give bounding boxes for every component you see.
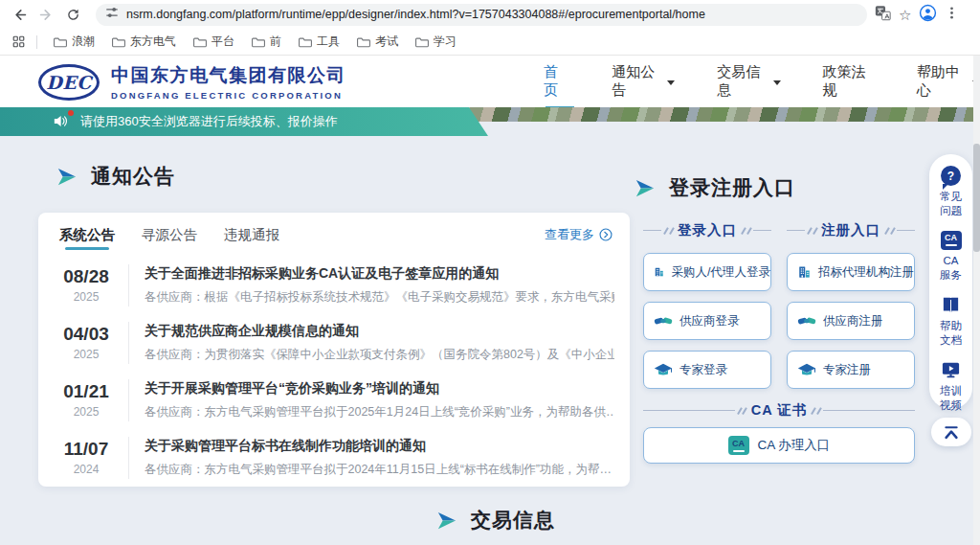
view-more-link[interactable]: 查看更多 [545, 226, 612, 243]
browser-toolbar: nsrm.dongfang.com/platform/runtime/epp/d… [0, 0, 980, 29]
notice-title[interactable]: 关于采购管理平台标书在线制作功能培训的通知 [145, 438, 614, 455]
translate-icon[interactable] [875, 5, 891, 25]
login-button-grid: 采购人/代理人登录 招标代理机构注册 供应商登录 供应商注册 专家登录 专家注册 [643, 253, 915, 389]
training-video-icon [941, 360, 961, 380]
section-title: 登录注册入口 [669, 174, 795, 201]
folder-icon [299, 36, 312, 48]
expert-login-button[interactable]: 专家登录 [643, 351, 771, 389]
notice-title[interactable]: 关于规范供应商企业规模信息的通知 [145, 323, 614, 340]
nav-item-help-center[interactable]: 帮助中心 [917, 63, 980, 100]
notice-title[interactable]: 关于开展采购管理平台“竞价采购业务”培训的通知 [145, 380, 614, 397]
trade-section-heading: 交易信息 [435, 507, 555, 534]
profile-icon[interactable] [919, 4, 937, 26]
chevron-down-icon [667, 80, 675, 85]
notice-row[interactable]: 11/07 2024 关于采购管理平台标书在线制作功能培训的通知 各供应商：东方… [38, 429, 630, 487]
bookmark-folder[interactable]: 东方电气 [103, 31, 185, 53]
notice-title[interactable]: 关于全面推进非招标采购业务CA认证及电子签章应用的通知 [145, 265, 614, 283]
site-header: DEC 中国东方电气集团有限公司 DONGFANG ELECTRIC CORPO… [0, 56, 980, 107]
announcement-banner: 请使用360安全浏览器进行后续投标、报价操作 [0, 107, 488, 136]
bookmark-folder[interactable]: 工具 [290, 31, 348, 53]
notice-desc: 各供应商：根据《电子招标投标系统技术规范》《电子采购交易规范》要求，东方电气采购… [145, 289, 614, 306]
handshake-icon [797, 313, 816, 329]
address-bar[interactable]: nsrm.dongfang.com/platform/runtime/epp/d… [96, 4, 867, 26]
notice-row[interactable]: 01/21 2025 关于开展采购管理平台“竞价采购业务”培训的通知 各供应商：… [38, 372, 630, 429]
notices-tabs: 系统公告 寻源公告 违规通报 查看更多 [38, 213, 630, 255]
back-icon[interactable] [6, 3, 33, 26]
notification-dot [68, 110, 74, 116]
bookmark-folder[interactable]: 平台 [185, 31, 243, 53]
nav-item-home[interactable]: 首页 [544, 63, 569, 100]
quick-sidebar: ? 常见问题 CA CA服务 帮助文档 培训视频 [929, 154, 972, 409]
nav-item-notices[interactable]: 通知公告 [612, 63, 675, 100]
notice-date: 08/28 2025 [59, 264, 113, 304]
nav-item-policies[interactable]: 政策法规 [823, 63, 875, 100]
building-icon [797, 263, 812, 281]
bookmark-folder[interactable]: 前 [243, 31, 290, 53]
supplier-register-button[interactable]: 供应商注册 [787, 302, 915, 340]
login-group-labels: 登录入口 注册入口 [643, 221, 915, 239]
folder-icon [54, 36, 67, 48]
notice-row[interactable]: 04/03 2025 关于规范供应商企业规模信息的通知 各供应商：为贯彻落实《保… [38, 314, 630, 372]
folder-icon [357, 36, 370, 48]
bookmarks-divider [36, 35, 37, 49]
tab-sourcing-notices[interactable]: 寻源公告 [142, 215, 197, 254]
app-window: nsrm.dongfang.com/platform/runtime/epp/d… [0, 0, 980, 545]
notice-row[interactable]: 08/28 2025 关于全面推进非招标采购业务CA认证及电子签章应用的通知 各… [38, 257, 630, 314]
notice-date: 11/07 2024 [59, 437, 113, 476]
notices-card: 系统公告 寻源公告 违规通报 查看更多 08/28 2025 关于全面推进非招标… [38, 213, 630, 487]
site-settings-icon[interactable] [105, 6, 119, 23]
scrollbar-thumb[interactable] [973, 144, 980, 252]
ca-card-icon: CA [728, 436, 749, 455]
sidebar-item-training-videos[interactable]: 培训视频 [939, 360, 964, 413]
dec-logo-oval: DEC [38, 64, 100, 101]
graduation-cap-icon [654, 362, 673, 378]
bookmark-folder[interactable]: 学习 [407, 31, 465, 53]
section-arrow-icon [435, 510, 457, 532]
bidding-agency-register-button[interactable]: 招标代理机构注册 [787, 253, 915, 291]
circle-chevron-right-icon [599, 228, 612, 241]
handshake-icon [654, 313, 673, 329]
section-arrow-icon [634, 177, 656, 199]
register-group-label: 注册入口 [787, 221, 915, 239]
notice-desc: 各供应商：东方电气采购管理平台拟于2024年11月15日上线“标书在线制作”功能… [145, 462, 614, 478]
url-text[interactable]: nsrm.dongfang.com/platform/runtime/epp/d… [126, 8, 705, 21]
folder-icon [193, 36, 207, 48]
section-title: 交易信息 [471, 507, 555, 534]
bookmark-folder[interactable]: 浪潮 [45, 31, 103, 53]
notice-date: 04/03 2025 [59, 322, 113, 361]
notices-list: 08/28 2025 关于全面推进非招标采购业务CA认证及电子签章应用的通知 各… [38, 255, 630, 487]
browser-menu-icon[interactable] [945, 6, 959, 24]
back-to-top-icon [942, 423, 961, 441]
reload-icon[interactable] [59, 3, 86, 26]
sidebar-item-help-docs[interactable]: 帮助文档 [939, 295, 964, 348]
help-doc-icon [941, 295, 961, 315]
apps-grid-icon[interactable] [8, 31, 29, 54]
ca-group-label: CA 证书 [643, 401, 915, 420]
sidebar-item-ca-service[interactable]: CA CA服务 [939, 231, 964, 283]
expert-register-button[interactable]: 专家注册 [787, 351, 915, 389]
ca-card-icon: CA [941, 231, 962, 250]
nav-item-trade-info[interactable]: 交易信息 [717, 63, 780, 100]
notice-desc: 各供应商：东方电气采购管理平台拟于2025年1月24日上线“竞价采购”业务，为帮… [145, 404, 614, 420]
sidebar-item-faq[interactable]: ? 常见问题 [939, 166, 964, 218]
bookmark-folder[interactable]: 考试 [348, 31, 407, 53]
notice-date: 01/21 2025 [59, 379, 113, 419]
announcement-text: 请使用360安全浏览器进行后续投标、报价操作 [80, 113, 338, 130]
bookmark-star-icon[interactable]: ☆ [899, 8, 911, 22]
supplier-login-button[interactable]: 供应商登录 [643, 302, 771, 340]
scrollbar-track[interactable] [973, 56, 980, 545]
graduation-cap-icon [797, 362, 816, 378]
company-name-cn: 中国东方电气集团有限公司 [111, 63, 346, 88]
company-logo[interactable]: DEC 中国东方电气集团有限公司 DONGFANG ELECTRIC CORPO… [38, 63, 346, 101]
company-name-en: DONGFANG ELECTRIC CORPORATION [111, 90, 346, 101]
tab-violation-reports[interactable]: 违规通报 [224, 215, 279, 254]
back-to-top-button[interactable] [931, 418, 971, 446]
bookmarks-bar: 浪潮 东方电气 平台 前 工具 考试 学习 [0, 29, 980, 56]
folder-icon [415, 36, 429, 48]
purchaser-agent-login-button[interactable]: 采购人/代理人登录 [643, 253, 771, 291]
section-title: 通知公告 [91, 163, 175, 190]
forward-icon[interactable] [33, 3, 59, 26]
speaker-icon [54, 114, 71, 129]
tab-system-notices[interactable]: 系统公告 [59, 215, 115, 254]
ca-apply-button[interactable]: CA CA 办理入口 [643, 427, 915, 464]
